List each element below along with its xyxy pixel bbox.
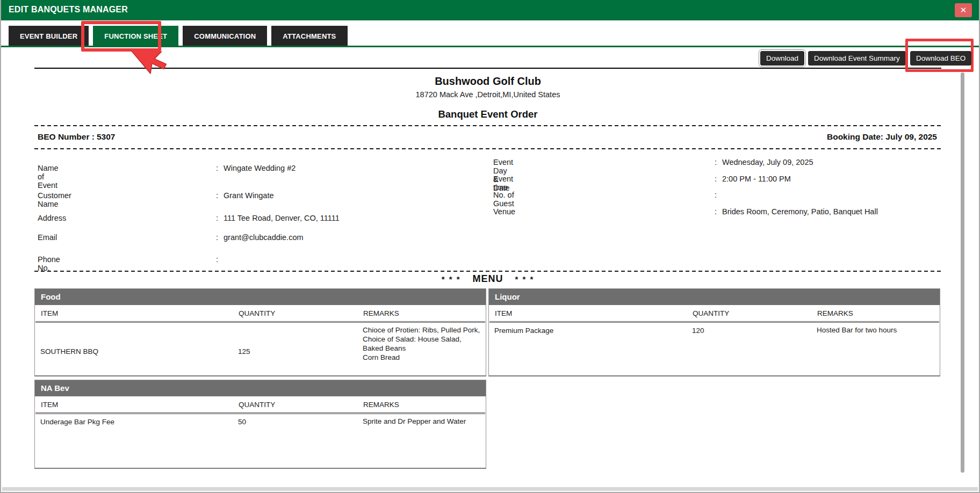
vertical-scrollbar[interactable] [961, 73, 964, 473]
field-colon: : [216, 233, 218, 242]
column-header-quantity: QUANTITY [239, 309, 275, 317]
tab-function-sheet[interactable]: FUNCTION SHEET [93, 26, 178, 46]
cell-remarks: Sprite and Dr Pepper and Water [363, 417, 484, 426]
table-title: NA Bev [35, 380, 486, 396]
cell-item: Underage Bar Pkg Fee [40, 418, 114, 426]
table-header-row: ITEM QUANTITY REMARKS [35, 396, 485, 414]
dashed-divider [34, 125, 941, 126]
tab-bar: EVENT BUILDER FUNCTION SHEET COMMUNICATI… [9, 26, 348, 46]
menu-stars: * * * [515, 274, 535, 284]
close-icon: ✕ [960, 5, 967, 15]
field-label: Phone No. [38, 255, 60, 272]
titlebar: EDIT BANQUETS MANAGER ✕ [1, 0, 979, 20]
window-title: EDIT BANQUETS MANAGER [9, 5, 128, 15]
column-header-item: ITEM [495, 309, 512, 317]
column-header-item: ITEM [41, 401, 58, 409]
menu-stars: * * * [442, 274, 461, 284]
field-label: Customer Name [38, 191, 71, 208]
column-header-remarks: REMARKS [363, 309, 484, 317]
club-address: 18720 Mack Ave ,Detroit,MI,United States [34, 90, 941, 99]
tab-event-builder[interactable]: EVENT BUILDER [9, 26, 89, 46]
field-colon: : [715, 207, 717, 216]
field-value: Brides Room, Ceremony, Patio, Banquet Ha… [722, 207, 878, 216]
download-button[interactable]: Download [760, 51, 804, 66]
tab-communication[interactable]: COMMUNICATION [183, 26, 267, 46]
food-table: Food ITEM QUANTITY REMARKS SOUTHERN BBQ … [34, 288, 486, 376]
cell-remarks: Chioce of Protien: Ribs, Pulled Pork, Ch… [363, 325, 484, 362]
field-value: Wednesday, July 09, 2025 [722, 158, 813, 166]
column-header-item: ITEM [41, 309, 58, 317]
download-event-summary-button[interactable]: Download Event Summary [808, 51, 906, 66]
cell-item: SOUTHERN BBQ [40, 347, 98, 356]
field-colon: : [216, 214, 218, 222]
field-colon: : [715, 175, 717, 183]
cell-item: Premium Package [494, 327, 553, 335]
column-header-quantity: QUANTITY [239, 401, 275, 409]
download-beo-button[interactable]: Download BEO [910, 51, 971, 66]
table-row: SOUTHERN BBQ 125 Chioce of Protien: Ribs… [35, 323, 486, 375]
dashed-divider [34, 271, 941, 272]
horizontal-scrollbar-track[interactable] [2, 487, 978, 491]
field-label: Email [38, 233, 57, 242]
close-button[interactable]: ✕ [955, 3, 972, 17]
column-header-remarks: REMARKS [817, 309, 938, 317]
field-value: Wingate Wedding #2 [224, 164, 296, 172]
booking-date: Booking Date: July 09, 2025 [34, 132, 937, 142]
field-label: Name of Event [38, 164, 59, 190]
field-value: grant@clubcaddie.com [224, 233, 304, 242]
field-colon: : [216, 191, 218, 200]
field-label: Event time [493, 175, 513, 192]
field-value: 2:00 PM - 11:00 PM [722, 175, 791, 183]
field-label: No. of Guest [493, 191, 514, 208]
field-colon: : [216, 255, 218, 264]
table-header-row: ITEM QUANTITY REMARKS [489, 305, 939, 323]
cell-remarks: Hosted Bar for two hours [817, 325, 938, 335]
club-name: Bushwood Golf Club [34, 75, 941, 88]
table-header-row: ITEM QUANTITY REMARKS [35, 305, 485, 323]
menu-word: MENU [473, 273, 503, 284]
column-header-quantity: QUANTITY [693, 309, 729, 317]
cell-quantity: 125 [238, 347, 250, 356]
edit-banquets-manager-window: EDIT BANQUETS MANAGER ✕ EVENT BUILDER FU… [0, 0, 980, 493]
table-title: Liquor [489, 289, 940, 305]
cell-quantity: 120 [692, 327, 704, 335]
na-bev-table: NA Bev ITEM QUANTITY REMARKS Underage Ba… [34, 380, 486, 469]
field-label: Address [38, 214, 66, 222]
menu-heading: * * *MENU* * * [34, 273, 941, 285]
tab-underline [1, 46, 979, 47]
liquor-table: Liquor ITEM QUANTITY REMARKS Premium Pac… [488, 288, 940, 376]
field-label: Venue [493, 207, 515, 216]
field-colon: : [715, 158, 717, 166]
document-title: Banquet Event Order [34, 108, 941, 120]
field-colon: : [715, 191, 717, 199]
table-title: Food [35, 289, 486, 305]
field-colon: : [216, 164, 218, 172]
field-value: Grant Wingate [224, 191, 274, 200]
dashed-divider [34, 148, 941, 149]
field-value: 111 Tee Road, Denver, CO, 11111 [224, 214, 340, 222]
document-top-rule [34, 68, 941, 69]
column-header-remarks: REMARKS [363, 401, 484, 409]
tab-attachments[interactable]: ATTACHMENTS [271, 26, 347, 46]
cell-quantity: 50 [238, 418, 246, 426]
